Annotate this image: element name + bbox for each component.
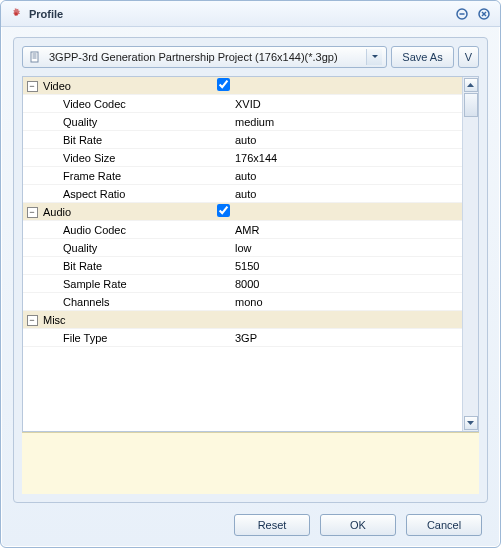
footer: Reset OK Cancel [1,503,500,547]
row-audio-bitrate[interactable]: Bit Rate5150 [23,257,462,275]
row-audio-samplerate[interactable]: Sample Rate8000 [23,275,462,293]
ok-button[interactable]: OK [320,514,396,536]
collapse-icon[interactable]: − [27,81,38,92]
video-enabled-checkbox[interactable] [217,78,230,91]
close-button[interactable] [476,6,492,22]
document-icon [29,51,43,63]
v-button[interactable]: V [458,46,479,68]
v-label: V [465,51,472,63]
chevron-down-icon [366,49,382,65]
description-panel [22,432,479,494]
row-video-aspect[interactable]: Aspect Ratioauto [23,185,462,203]
save-as-button[interactable]: Save As [391,46,453,68]
reset-button[interactable]: Reset [234,514,310,536]
collapse-icon[interactable]: − [27,315,38,326]
minimize-button[interactable] [454,6,470,22]
window-title: Profile [29,8,448,20]
group-misc-label: Misc [41,314,215,326]
group-audio-label: Audio [41,206,215,218]
row-audio-quality[interactable]: Qualitylow [23,239,462,257]
row-audio-codec[interactable]: Audio CodecAMR [23,221,462,239]
row-video-bitrate[interactable]: Bit Rateauto [23,131,462,149]
main-panel: 3GPP-3rd Generation Partnership Project … [13,37,488,503]
row-video-quality[interactable]: Qualitymedium [23,113,462,131]
property-grid[interactable]: − Video Video CodecXVID Qualitymedium Bi… [23,77,462,431]
scroll-up-icon[interactable] [464,78,478,92]
app-gear-icon [9,7,23,21]
scroll-thumb[interactable] [464,93,478,117]
row-video-size[interactable]: Video Size176x144 [23,149,462,167]
group-misc[interactable]: − Misc [23,311,462,329]
scroll-down-icon[interactable] [464,416,478,430]
profile-window: Profile 3GPP-3rd Generation Partnership … [0,0,501,548]
row-audio-channels[interactable]: Channelsmono [23,293,462,311]
group-audio[interactable]: − Audio [23,203,462,221]
save-as-label: Save As [402,51,442,63]
audio-enabled-checkbox[interactable] [217,204,230,217]
toolbar: 3GPP-3rd Generation Partnership Project … [22,46,479,68]
group-video-label: Video [41,80,215,92]
scroll-track[interactable] [464,93,478,415]
row-video-framerate[interactable]: Frame Rateauto [23,167,462,185]
property-grid-container: − Video Video CodecXVID Qualitymedium Bi… [22,76,479,432]
profile-selected-text: 3GPP-3rd Generation Partnership Project … [49,51,360,63]
titlebar: Profile [1,1,500,27]
profile-dropdown[interactable]: 3GPP-3rd Generation Partnership Project … [22,46,387,68]
row-video-codec[interactable]: Video CodecXVID [23,95,462,113]
vertical-scrollbar[interactable] [462,77,478,431]
collapse-icon[interactable]: − [27,207,38,218]
row-misc-filetype[interactable]: File Type3GP [23,329,462,347]
cancel-button[interactable]: Cancel [406,514,482,536]
group-video[interactable]: − Video [23,77,462,95]
